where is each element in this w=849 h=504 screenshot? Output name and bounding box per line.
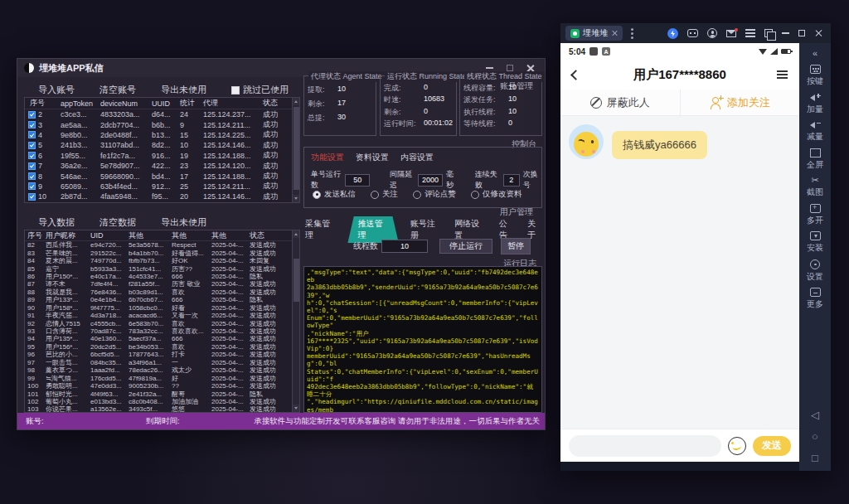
interval-input[interactable]: 2000 [418, 174, 443, 187]
sidebar-item-volume-down[interactable]: 减量 [807, 120, 823, 143]
import-accounts-button[interactable]: 导入账号 [38, 84, 75, 96]
avatar[interactable] [569, 124, 604, 159]
user-row[interactable]: 103 你说芒果... a13562e... 3493c5f... 悠悠 202… [25, 405, 299, 413]
fail-suffix: 次换号 [523, 169, 541, 191]
row-checkbox[interactable] [28, 142, 36, 149]
scroll-down-icon[interactable] [293, 405, 300, 412]
android-back-button[interactable]: ◁ [811, 409, 819, 421]
account-table-scrollbar[interactable] [292, 98, 299, 202]
scroll-down-icon[interactable] [293, 195, 300, 202]
scroll-up-icon[interactable] [293, 98, 300, 105]
radio-follow[interactable]: 关注 [371, 189, 398, 200]
row-checkbox[interactable] [28, 131, 36, 138]
tab-function-settings[interactable]: 功能设置 [311, 152, 344, 163]
row-checkbox[interactable] [28, 121, 36, 128]
kebab-menu-icon[interactable] [631, 32, 633, 35]
add-follow-button[interactable]: 添加关注 [681, 90, 800, 115]
thread-count-input[interactable]: 10 [381, 240, 428, 253]
send-button[interactable]: 发送 [753, 436, 791, 456]
sidebar-item-settings[interactable]: 设置 [807, 259, 823, 283]
tab-collect[interactable]: 采集管理 [303, 216, 337, 243]
sidebar-item-volume-up[interactable]: 加量 [807, 93, 823, 115]
app-title: 埋堆堆APP私信 [39, 62, 104, 75]
row-checkbox[interactable] [28, 193, 36, 201]
collapse-sidebar-icon[interactable]: « [813, 48, 817, 58]
user-table-scrollbar[interactable] [292, 230, 299, 412]
account-row[interactable]: 10 2b87d... 4faa5948... f95... 20 125.12… [25, 191, 299, 201]
stat-item: 运行时间:00:01:02 [384, 119, 454, 129]
tab-profile-settings[interactable]: 资料设置 [356, 152, 389, 163]
thread-count-label: 线程数 [353, 240, 378, 252]
emulator-titlebar[interactable]: 埋堆堆 [560, 23, 831, 43]
message-bubble: 搞钱威ya66666 [612, 131, 707, 159]
run-controls: 线程数 10 停止运行 暂停 [353, 238, 531, 254]
import-data-button[interactable]: 导入数据 [38, 216, 75, 229]
pause-button[interactable]: 暂停 [501, 238, 531, 254]
radio-edit-profile-only[interactable]: 仅修改资料 [471, 189, 522, 200]
status-app-icon [589, 47, 598, 56]
account-row[interactable]: 2 c3ce3... 4833203a... d64... 24 125.124… [25, 109, 299, 119]
row-checkbox[interactable] [28, 162, 36, 170]
assistant-icon[interactable] [667, 28, 678, 39]
sidebar-item-fullscreen[interactable]: 全屏 [807, 148, 823, 171]
sidebar-item-more[interactable]: 更多 [807, 288, 823, 310]
chat-navbar: 用户167****8860 [560, 60, 799, 90]
running-state-group: 运行状态 Running State 完成:0 时速:10683 剩余:0 运行… [380, 75, 457, 136]
radio-comment-like[interactable]: 评论点赞 [413, 189, 456, 200]
emulator-tab[interactable]: 埋堆堆 [565, 26, 623, 41]
account-table[interactable]: 序号 appToken deviceNum UUID 统计 代理 状态 2 c3… [24, 97, 300, 203]
account-row[interactable]: 9 65089... 63b4f4ed... 912... 25 125.124… [25, 182, 299, 191]
radio-send-dm[interactable]: 发送私信 [313, 189, 356, 200]
gamepad-icon[interactable] [687, 29, 698, 37]
mail-icon[interactable] [726, 30, 736, 37]
minimize-icon[interactable] [782, 32, 789, 34]
menu-icon[interactable] [745, 32, 755, 34]
account-row[interactable]: 8 546ae... 59668090... bd4... 17 125.124… [25, 171, 299, 181]
runs-per-account-input[interactable]: 50 [345, 174, 370, 187]
account-row[interactable]: 6 19f55... fe1f2c7a... 916... 19 125.124… [25, 151, 299, 161]
stop-run-button[interactable]: 停止运行 [439, 239, 492, 254]
person-add-icon [710, 97, 722, 109]
checkbox-box[interactable] [231, 86, 240, 94]
row-checkbox[interactable] [28, 182, 36, 190]
sidebar-item-multi-instance[interactable]: 多开 [807, 204, 823, 226]
close-icon[interactable] [814, 29, 822, 37]
runs-per-account-label: 单号运行数 [311, 169, 342, 191]
user-table[interactable]: 序号 用户昵称 UID 其他 其他 其他 状态 82 西瓜伴我... e94c7… [24, 230, 300, 413]
skip-used-checkbox[interactable]: 跳过已使用 [231, 84, 289, 96]
sidebar-item-screenshot[interactable]: ✂ 截图 [807, 176, 823, 198]
stat-item: 总提:30 [308, 113, 374, 124]
export-unused-data-button[interactable]: 导出未使用 [161, 216, 206, 229]
tab-close-icon[interactable] [611, 30, 618, 36]
row-checkbox[interactable] [28, 152, 36, 159]
battery-icon [781, 49, 791, 54]
row-checkbox[interactable] [28, 111, 36, 119]
maximize-icon[interactable] [798, 30, 805, 36]
phone-screen: 5:04 A 用户167****8860 屏蔽此人 [560, 43, 799, 462]
window-capture-icon[interactable] [764, 29, 773, 37]
minimize-icon[interactable] [486, 67, 493, 69]
scroll-up-icon[interactable] [293, 230, 300, 238]
row-checkbox[interactable] [28, 172, 36, 180]
android-recents-button[interactable]: □ [812, 452, 818, 464]
account-row[interactable]: 5 241b3... 31107abd... 8d2... 10 125.124… [25, 140, 299, 150]
account-row[interactable]: 3 ae5aa... 2dcb7704... b6b... 9 125.124.… [25, 119, 299, 129]
options-icon[interactable] [777, 74, 788, 75]
maximize-icon[interactable] [507, 65, 513, 71]
tab-content-settings[interactable]: 内容设置 [400, 152, 434, 163]
account-row[interactable]: 7 36a2e... 5e78d907... 422... 23 125.124… [25, 161, 299, 171]
sidebar-item-keyboard[interactable]: 按键 [807, 65, 823, 87]
fail-input[interactable]: 2 [503, 174, 520, 187]
clear-data-button[interactable]: 清空数据 [99, 216, 136, 229]
block-user-button[interactable]: 屏蔽此人 [560, 90, 681, 115]
message-input[interactable] [569, 435, 721, 457]
android-home-button[interactable]: ○ [812, 430, 818, 443]
emoji-icon[interactable] [728, 437, 746, 455]
run-log[interactable]: ,"msgType":"text","data":{"msgType":0,"u… [303, 266, 542, 413]
export-unused-accounts-button[interactable]: 导出未使用 [161, 84, 206, 96]
account-row[interactable]: 4 9e8b0... 2de0488f... b13... 15 125.124… [25, 130, 299, 140]
account-icon[interactable] [707, 28, 717, 38]
sidebar-item-install[interactable]: 安装 [807, 231, 823, 254]
clear-accounts-button[interactable]: 清空账号 [99, 84, 136, 96]
volume-down-icon [810, 120, 821, 129]
